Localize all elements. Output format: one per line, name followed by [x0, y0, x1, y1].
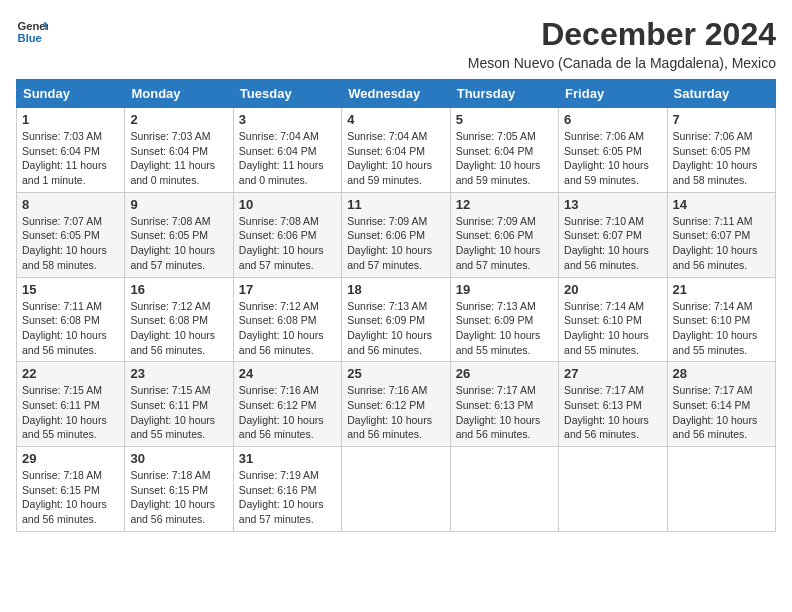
day-cell: 13 Sunrise: 7:10 AMSunset: 6:07 PMDaylig…	[559, 192, 667, 277]
day-number: 6	[564, 112, 661, 127]
day-cell: 8 Sunrise: 7:07 AMSunset: 6:05 PMDayligh…	[17, 192, 125, 277]
day-cell: 27 Sunrise: 7:17 AMSunset: 6:13 PMDaylig…	[559, 362, 667, 447]
week-row-4: 22 Sunrise: 7:15 AMSunset: 6:11 PMDaylig…	[17, 362, 776, 447]
day-number: 17	[239, 282, 336, 297]
day-number: 21	[673, 282, 770, 297]
header-tuesday: Tuesday	[233, 80, 341, 108]
svg-text:Blue: Blue	[18, 32, 42, 44]
month-title: December 2024	[468, 16, 776, 53]
day-detail: Sunrise: 7:15 AMSunset: 6:11 PMDaylight:…	[22, 383, 119, 442]
day-number: 19	[456, 282, 553, 297]
day-number: 30	[130, 451, 227, 466]
day-number: 26	[456, 366, 553, 381]
day-number: 24	[239, 366, 336, 381]
week-row-5: 29 Sunrise: 7:18 AMSunset: 6:15 PMDaylig…	[17, 447, 776, 532]
logo: General Blue	[16, 16, 48, 48]
title-block: December 2024 Meson Nuevo (Canada de la …	[468, 16, 776, 71]
day-detail: Sunrise: 7:06 AMSunset: 6:05 PMDaylight:…	[564, 129, 661, 188]
day-detail: Sunrise: 7:09 AMSunset: 6:06 PMDaylight:…	[347, 214, 444, 273]
day-detail: Sunrise: 7:03 AMSunset: 6:04 PMDaylight:…	[22, 129, 119, 188]
day-detail: Sunrise: 7:13 AMSunset: 6:09 PMDaylight:…	[456, 299, 553, 358]
day-cell: 29 Sunrise: 7:18 AMSunset: 6:15 PMDaylig…	[17, 447, 125, 532]
day-cell: 25 Sunrise: 7:16 AMSunset: 6:12 PMDaylig…	[342, 362, 450, 447]
day-number: 25	[347, 366, 444, 381]
day-cell: 6 Sunrise: 7:06 AMSunset: 6:05 PMDayligh…	[559, 108, 667, 193]
day-number: 28	[673, 366, 770, 381]
day-cell: 22 Sunrise: 7:15 AMSunset: 6:11 PMDaylig…	[17, 362, 125, 447]
day-cell	[667, 447, 775, 532]
day-cell: 26 Sunrise: 7:17 AMSunset: 6:13 PMDaylig…	[450, 362, 558, 447]
day-number: 4	[347, 112, 444, 127]
day-detail: Sunrise: 7:05 AMSunset: 6:04 PMDaylight:…	[456, 129, 553, 188]
week-row-3: 15 Sunrise: 7:11 AMSunset: 6:08 PMDaylig…	[17, 277, 776, 362]
day-number: 3	[239, 112, 336, 127]
day-cell: 19 Sunrise: 7:13 AMSunset: 6:09 PMDaylig…	[450, 277, 558, 362]
day-cell: 31 Sunrise: 7:19 AMSunset: 6:16 PMDaylig…	[233, 447, 341, 532]
header-row: SundayMondayTuesdayWednesdayThursdayFrid…	[17, 80, 776, 108]
header-friday: Friday	[559, 80, 667, 108]
day-detail: Sunrise: 7:08 AMSunset: 6:06 PMDaylight:…	[239, 214, 336, 273]
day-cell: 11 Sunrise: 7:09 AMSunset: 6:06 PMDaylig…	[342, 192, 450, 277]
day-detail: Sunrise: 7:07 AMSunset: 6:05 PMDaylight:…	[22, 214, 119, 273]
day-detail: Sunrise: 7:17 AMSunset: 6:13 PMDaylight:…	[564, 383, 661, 442]
day-detail: Sunrise: 7:16 AMSunset: 6:12 PMDaylight:…	[347, 383, 444, 442]
day-number: 27	[564, 366, 661, 381]
day-detail: Sunrise: 7:12 AMSunset: 6:08 PMDaylight:…	[130, 299, 227, 358]
day-number: 7	[673, 112, 770, 127]
day-detail: Sunrise: 7:10 AMSunset: 6:07 PMDaylight:…	[564, 214, 661, 273]
day-cell: 4 Sunrise: 7:04 AMSunset: 6:04 PMDayligh…	[342, 108, 450, 193]
day-cell: 20 Sunrise: 7:14 AMSunset: 6:10 PMDaylig…	[559, 277, 667, 362]
day-cell: 1 Sunrise: 7:03 AMSunset: 6:04 PMDayligh…	[17, 108, 125, 193]
day-cell: 21 Sunrise: 7:14 AMSunset: 6:10 PMDaylig…	[667, 277, 775, 362]
day-cell: 16 Sunrise: 7:12 AMSunset: 6:08 PMDaylig…	[125, 277, 233, 362]
day-cell	[450, 447, 558, 532]
day-cell: 7 Sunrise: 7:06 AMSunset: 6:05 PMDayligh…	[667, 108, 775, 193]
week-row-2: 8 Sunrise: 7:07 AMSunset: 6:05 PMDayligh…	[17, 192, 776, 277]
day-number: 31	[239, 451, 336, 466]
day-detail: Sunrise: 7:13 AMSunset: 6:09 PMDaylight:…	[347, 299, 444, 358]
day-number: 15	[22, 282, 119, 297]
header-thursday: Thursday	[450, 80, 558, 108]
day-cell: 14 Sunrise: 7:11 AMSunset: 6:07 PMDaylig…	[667, 192, 775, 277]
day-detail: Sunrise: 7:14 AMSunset: 6:10 PMDaylight:…	[564, 299, 661, 358]
day-cell	[559, 447, 667, 532]
day-number: 23	[130, 366, 227, 381]
page-header: General Blue December 2024 Meson Nuevo (…	[16, 16, 776, 71]
day-detail: Sunrise: 7:06 AMSunset: 6:05 PMDaylight:…	[673, 129, 770, 188]
day-cell: 3 Sunrise: 7:04 AMSunset: 6:04 PMDayligh…	[233, 108, 341, 193]
day-number: 14	[673, 197, 770, 212]
day-cell: 15 Sunrise: 7:11 AMSunset: 6:08 PMDaylig…	[17, 277, 125, 362]
logo-icon: General Blue	[16, 16, 48, 48]
svg-text:General: General	[18, 20, 48, 32]
day-detail: Sunrise: 7:16 AMSunset: 6:12 PMDaylight:…	[239, 383, 336, 442]
day-number: 29	[22, 451, 119, 466]
day-number: 8	[22, 197, 119, 212]
day-cell: 5 Sunrise: 7:05 AMSunset: 6:04 PMDayligh…	[450, 108, 558, 193]
header-saturday: Saturday	[667, 80, 775, 108]
day-cell: 9 Sunrise: 7:08 AMSunset: 6:05 PMDayligh…	[125, 192, 233, 277]
day-detail: Sunrise: 7:19 AMSunset: 6:16 PMDaylight:…	[239, 468, 336, 527]
day-number: 18	[347, 282, 444, 297]
day-cell: 17 Sunrise: 7:12 AMSunset: 6:08 PMDaylig…	[233, 277, 341, 362]
day-cell: 23 Sunrise: 7:15 AMSunset: 6:11 PMDaylig…	[125, 362, 233, 447]
day-number: 13	[564, 197, 661, 212]
day-cell: 24 Sunrise: 7:16 AMSunset: 6:12 PMDaylig…	[233, 362, 341, 447]
day-detail: Sunrise: 7:18 AMSunset: 6:15 PMDaylight:…	[130, 468, 227, 527]
day-number: 5	[456, 112, 553, 127]
day-detail: Sunrise: 7:17 AMSunset: 6:13 PMDaylight:…	[456, 383, 553, 442]
day-detail: Sunrise: 7:18 AMSunset: 6:15 PMDaylight:…	[22, 468, 119, 527]
day-cell: 2 Sunrise: 7:03 AMSunset: 6:04 PMDayligh…	[125, 108, 233, 193]
day-detail: Sunrise: 7:04 AMSunset: 6:04 PMDaylight:…	[239, 129, 336, 188]
header-wednesday: Wednesday	[342, 80, 450, 108]
day-cell: 18 Sunrise: 7:13 AMSunset: 6:09 PMDaylig…	[342, 277, 450, 362]
day-detail: Sunrise: 7:15 AMSunset: 6:11 PMDaylight:…	[130, 383, 227, 442]
header-monday: Monday	[125, 80, 233, 108]
day-number: 9	[130, 197, 227, 212]
day-cell: 28 Sunrise: 7:17 AMSunset: 6:14 PMDaylig…	[667, 362, 775, 447]
day-number: 10	[239, 197, 336, 212]
day-detail: Sunrise: 7:12 AMSunset: 6:08 PMDaylight:…	[239, 299, 336, 358]
day-detail: Sunrise: 7:09 AMSunset: 6:06 PMDaylight:…	[456, 214, 553, 273]
day-number: 22	[22, 366, 119, 381]
day-detail: Sunrise: 7:04 AMSunset: 6:04 PMDaylight:…	[347, 129, 444, 188]
day-detail: Sunrise: 7:17 AMSunset: 6:14 PMDaylight:…	[673, 383, 770, 442]
